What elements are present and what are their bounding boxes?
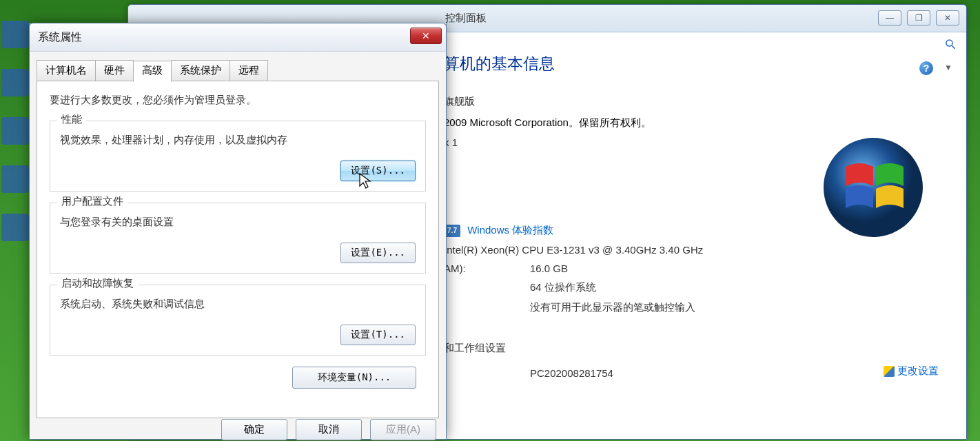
- cancel-button[interactable]: 取消: [296, 419, 362, 440]
- desktop-icon[interactable]: [1, 117, 29, 145]
- close-button[interactable]: ✕: [410, 28, 442, 44]
- page-title: 算机的基本信息: [444, 53, 966, 74]
- desktop-icon[interactable]: [1, 69, 29, 96]
- tab-remote[interactable]: 远程: [229, 60, 268, 81]
- environment-variables-button[interactable]: 环境变量(N)...: [292, 367, 416, 389]
- workgroup-heading: 和工作组设置: [444, 342, 966, 355]
- settings-user-profiles-button[interactable]: 设置(E)...: [340, 243, 416, 263]
- tab-system-protection[interactable]: 系统保护: [171, 60, 230, 81]
- tab-computer-name[interactable]: 计算机名: [37, 60, 96, 81]
- spec-ram-label: AM):: [444, 263, 530, 274]
- spec-pen-touch: 没有可用于此显示器的笔或触控输入: [530, 301, 695, 314]
- windows-edition: 旗舰版: [444, 95, 966, 108]
- computer-name-value: PC202008281754: [530, 367, 613, 379]
- desktop-icon[interactable]: [1, 21, 29, 48]
- dialog-titlebar[interactable]: 系统属性 ✕: [29, 23, 447, 52]
- admin-note: 要进行大多数更改，您必须作为管理员登录。: [50, 94, 426, 107]
- maximize-button[interactable]: ❐: [907, 10, 930, 25]
- group-legend-user-profiles: 用户配置文件: [57, 195, 127, 208]
- close-button[interactable]: ✕: [936, 10, 959, 25]
- group-desc-startup-recovery: 系统启动、系统失败和调试信息: [60, 298, 416, 311]
- tab-strip: 计算机名 硬件 高级 系统保护 远程: [30, 52, 446, 81]
- svg-point-2: [824, 138, 923, 237]
- group-desc-user-profiles: 与您登录有关的桌面设置: [60, 216, 416, 229]
- shield-icon: [884, 366, 895, 377]
- minimize-button[interactable]: —: [878, 10, 901, 25]
- system-properties-dialog: 系统属性 ✕ 计算机名 硬件 高级 系统保护 远程 要进行大多数更改，您必须作为…: [29, 23, 447, 440]
- desktop-icon[interactable]: [1, 165, 29, 193]
- group-user-profiles: 用户配置文件 与您登录有关的桌面设置 设置(E)...: [50, 203, 426, 274]
- change-settings-link[interactable]: 更改设置: [884, 365, 939, 378]
- group-desc-performance: 视觉效果，处理器计划，内存使用，以及虚拟内存: [60, 134, 416, 147]
- copyright-text: 2009 Microsoft Corporation。保留所有权利。: [444, 116, 966, 130]
- ok-button[interactable]: 确定: [221, 419, 287, 440]
- apply-button[interactable]: 应用(A): [370, 419, 436, 440]
- desktop-background: [0, 0, 31, 441]
- dialog-title: 系统属性: [38, 30, 82, 45]
- spec-cpu-value: Intel(R) Xeon(R) CPU E3-1231 v3 @ 3.40GH…: [444, 244, 703, 256]
- spec-ram-value: 16.0 GB: [530, 263, 568, 274]
- group-legend-startup-recovery: 启动和故障恢复: [57, 277, 138, 290]
- wei-link[interactable]: Windows 体验指数: [467, 224, 553, 236]
- breadcrumb[interactable]: 控制面板: [445, 12, 487, 25]
- tab-hardware[interactable]: 硬件: [95, 60, 134, 81]
- spec-system-type: 64 位操作系统: [530, 281, 596, 294]
- group-legend-performance: 性能: [57, 113, 86, 126]
- settings-startup-recovery-button[interactable]: 设置(T)...: [340, 325, 416, 345]
- group-startup-recovery: 启动和故障恢复 系统启动、系统失败和调试信息 设置(T)...: [50, 285, 426, 356]
- desktop-icon[interactable]: [1, 214, 29, 241]
- tab-advanced[interactable]: 高级: [133, 61, 172, 82]
- tab-panel-advanced: 要进行大多数更改，您必须作为管理员登录。 性能 视觉效果，处理器计划，内存使用，…: [37, 81, 439, 418]
- windows-logo: [821, 136, 925, 239]
- group-performance: 性能 视觉效果，处理器计划，内存使用，以及虚拟内存 设置(S)...: [50, 121, 426, 192]
- settings-performance-button[interactable]: 设置(S)...: [340, 161, 416, 181]
- dialog-button-row: 确定 取消 应用(A): [221, 419, 436, 440]
